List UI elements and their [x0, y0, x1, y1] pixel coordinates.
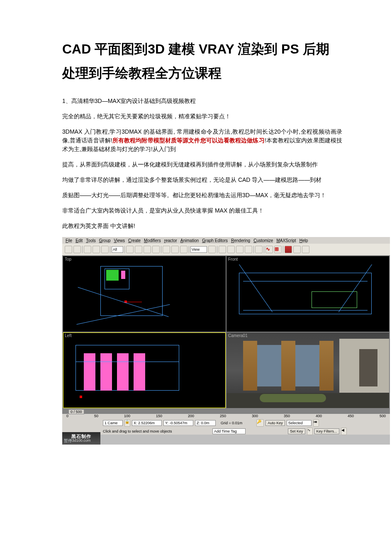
tick: 500 [380, 414, 386, 418]
center-icon[interactable] [208, 246, 216, 253]
key-filters-button[interactable]: Key Filters... [314, 428, 339, 434]
play-start-icon[interactable]: ⏮ [313, 419, 319, 427]
screenshot-3dsmax: File Edit Tools Group Views Create Modif… [62, 237, 390, 445]
title-part: 平面图到 [91, 42, 148, 56]
coord-y[interactable]: Y: -0.50547m [163, 420, 193, 426]
separator [253, 246, 254, 253]
key-curve-icon[interactable]: ∿ [307, 428, 313, 435]
viewport-front[interactable]: Front [226, 256, 389, 332]
menu-maxscript[interactable]: MAXScript [276, 238, 296, 243]
restrict-x-icon[interactable] [219, 246, 226, 253]
menu-create[interactable]: Create [128, 238, 141, 243]
rotate-icon[interactable] [171, 246, 179, 253]
coord-z[interactable]: Z: 0.0m [195, 420, 216, 426]
tick: 250 [220, 414, 226, 418]
menu-edit[interactable]: Edit [75, 238, 83, 243]
redo-icon[interactable] [73, 246, 81, 253]
status-hint: Click and drag to select and move object… [103, 429, 211, 433]
undo-icon[interactable] [65, 246, 72, 253]
tick: 200 [188, 414, 194, 418]
paragraph: 质贴图——大灯光——后期调整处理等等。都让您更轻松易懂地去运用3D—MAX，毫无… [62, 191, 342, 200]
key-icon[interactable]: 🔑 [256, 419, 264, 427]
tick: 300 [252, 414, 258, 418]
time-tag-field[interactable]: Add Time Tag [212, 428, 246, 434]
material-editor-icon[interactable] [285, 246, 292, 253]
separator [124, 246, 125, 253]
title-part: PS [281, 42, 299, 56]
paragraph: 完全的精品，绝无其它无关要紧的垃圾视频，精准紧贴学习要点！ [62, 112, 342, 121]
quick-render-icon[interactable] [302, 246, 309, 253]
viewport-label: Front [228, 257, 238, 262]
separator [110, 246, 110, 253]
scale-icon[interactable] [180, 246, 187, 253]
separator [217, 246, 217, 253]
tick: 0 [66, 414, 68, 418]
layer-icon[interactable] [255, 246, 263, 253]
menu-help[interactable]: Help [299, 238, 308, 243]
page-title: CAD 平面图到3D 建模 VRAY 渲染到 PS 后期处理到手绘教程全方位课程 [62, 37, 342, 85]
toolbar: All View ∿ ⊞ [62, 244, 390, 255]
render-scene-icon[interactable] [293, 246, 301, 253]
separator [161, 246, 161, 253]
tick: 150 [156, 414, 162, 418]
tick: 400 [316, 414, 322, 418]
viewport-label: Camera01 [228, 333, 248, 338]
auto-key-button[interactable]: Auto Key [265, 420, 285, 426]
timeline-track[interactable]: 0 / 500 [62, 409, 390, 414]
mirror-icon[interactable] [236, 246, 243, 253]
unlink-icon[interactable] [93, 246, 100, 253]
menu-customize[interactable]: Customize [253, 238, 273, 243]
select-name-icon[interactable] [135, 246, 142, 253]
link-icon[interactable] [84, 246, 91, 253]
menu-animation[interactable]: Animation [180, 238, 199, 243]
separator [264, 246, 264, 253]
viewport-left[interactable]: Left [63, 333, 226, 408]
viewport-label: Left [65, 333, 72, 338]
menu-group[interactable]: Group [99, 238, 111, 243]
restrict-y-icon[interactable] [227, 246, 235, 253]
key-mode-dropdown[interactable]: Selected [287, 420, 312, 426]
menu-views[interactable]: Views [114, 238, 125, 243]
align-icon[interactable] [245, 246, 252, 253]
timeline[interactable]: 0 / 500 0 50 100 150 200 250 300 350 400… [62, 409, 390, 420]
tick: 350 [284, 414, 290, 418]
timeline-ticks: 0 50 100 150 200 250 300 350 400 450 500 [62, 414, 390, 420]
paragraph: 3DMAX 入门教程,学习3DMAX 的基础界面, 常用建模命令及方法,教程总时… [62, 127, 342, 154]
tick: 50 [94, 414, 98, 418]
separator [189, 246, 189, 253]
lock-icon[interactable]: 🔒 [124, 419, 130, 427]
viewport-camera[interactable]: Camera01 [226, 333, 389, 408]
curve-editor-icon[interactable]: ∿ [265, 246, 273, 253]
menu-graph-editors[interactable]: Graph Editors [202, 238, 228, 243]
title-part: 渲染到 [234, 42, 281, 56]
highlight-text: 所有教程均附带模型材质等源文件您可以边看教程边做练习 [112, 137, 265, 144]
paragraph: 均做了非常详尽的讲解，通过渲染多个整套场景实例过程，无论是从 CAD 导入——建… [62, 176, 342, 184]
menubar: File Edit Tools Group Views Create Modif… [62, 237, 390, 244]
tick: 450 [348, 414, 354, 418]
viewport-top[interactable]: Top [63, 256, 226, 332]
select-icon[interactable] [126, 246, 134, 253]
statusbar: 1 Came 🔒 X: 2.52206m Y: -0.50547m Z: 0.0… [62, 420, 390, 435]
menu-reactor[interactable]: reactor [164, 238, 177, 243]
menu-tools[interactable]: Tools [86, 238, 95, 243]
selection-filter-dropdown[interactable]: All [112, 246, 123, 253]
menu-rendering[interactable]: Rendering [231, 238, 250, 243]
paragraph: 提高，从界面到高级建模，从一体化建模到无缝建模再到插件使用讲解，从小场景到复杂大… [62, 160, 342, 169]
window-crossing-icon[interactable] [152, 246, 160, 253]
paragraph: 非常适合广大室内装饰设计人员，是室内从业人员快速掌握 MAX 的最佳工具！ [62, 206, 342, 215]
paragraph: 此教程为英文界面 中文讲解! [62, 222, 342, 230]
title-part: VRAY [199, 42, 234, 56]
reference-coord-dropdown[interactable]: View [190, 246, 207, 253]
set-key-button[interactable]: Set Key [288, 428, 305, 434]
title-part: CAD [62, 42, 91, 56]
frame-indicator[interactable]: 0 / 500 [68, 409, 84, 414]
coord-x[interactable]: X: 2.52206m [132, 420, 162, 426]
schematic-view-icon[interactable]: ⊞ [274, 246, 282, 253]
title-part: 建模 [165, 42, 199, 56]
select-region-icon[interactable] [144, 246, 151, 253]
move-icon[interactable] [163, 246, 170, 253]
menu-modifiers[interactable]: Modifiers [144, 238, 161, 243]
bind-icon[interactable] [101, 246, 109, 253]
menu-file[interactable]: File [66, 238, 72, 243]
play-prev-icon[interactable]: ◀ [341, 428, 347, 435]
